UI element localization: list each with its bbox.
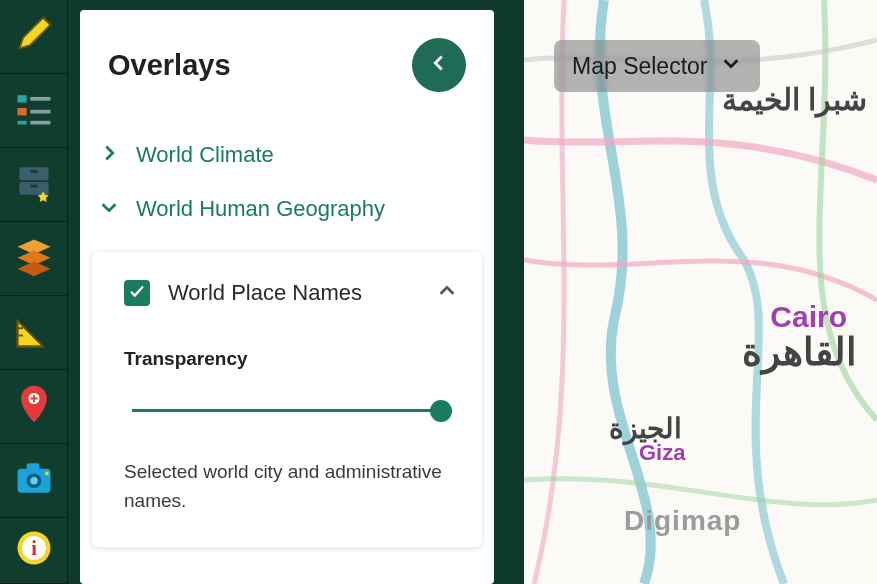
map-label-shubra: شبرا الخيمة bbox=[722, 82, 867, 117]
layer-card-world-place-names: World Place Names Transparency Selected … bbox=[92, 252, 482, 547]
chevron-up-icon[interactable] bbox=[436, 280, 458, 306]
ruler-icon bbox=[12, 308, 56, 356]
camera-tool[interactable] bbox=[0, 444, 68, 518]
map-canvas[interactable]: Map Selector شبرا الخيمة Cairo القاهرة ا… bbox=[524, 0, 877, 584]
category-world-climate[interactable]: World Climate bbox=[90, 128, 484, 182]
map-watermark: Digimap bbox=[624, 505, 741, 537]
svg-rect-9 bbox=[30, 185, 37, 188]
info-icon: i bbox=[12, 526, 56, 574]
transparency-label: Transparency bbox=[124, 348, 458, 370]
svg-rect-4 bbox=[18, 121, 27, 125]
drawer-star-icon bbox=[12, 160, 56, 208]
chevron-down-icon bbox=[98, 196, 120, 222]
svg-point-16 bbox=[30, 477, 37, 484]
svg-rect-1 bbox=[30, 97, 50, 101]
camera-icon bbox=[12, 456, 56, 504]
slider-track bbox=[132, 409, 450, 412]
category-label: World Human Geography bbox=[136, 196, 385, 222]
legend-tool[interactable] bbox=[0, 74, 68, 148]
layers-icon bbox=[12, 234, 56, 282]
category-world-human-geography[interactable]: World Human Geography bbox=[90, 182, 484, 236]
transparency-slider[interactable] bbox=[132, 400, 450, 422]
map-label-giza-en: Giza bbox=[639, 440, 685, 466]
svg-rect-14 bbox=[27, 464, 40, 471]
slider-thumb[interactable] bbox=[430, 400, 452, 422]
svg-point-17 bbox=[45, 472, 49, 476]
pencil-icon bbox=[12, 12, 56, 60]
layer-title: World Place Names bbox=[168, 280, 418, 306]
pencil-tool[interactable] bbox=[0, 0, 68, 74]
map-label-cairo-ar: القاهرة bbox=[742, 330, 857, 374]
layer-description: Selected world city and administrative n… bbox=[124, 458, 458, 515]
svg-rect-6 bbox=[19, 168, 48, 181]
map-label-cairo-en: Cairo bbox=[770, 300, 847, 334]
collapse-panel-button[interactable] bbox=[412, 38, 466, 92]
svg-rect-7 bbox=[19, 182, 48, 195]
map-selector-label: Map Selector bbox=[572, 53, 708, 80]
info-tool[interactable]: i bbox=[0, 518, 68, 584]
chevron-left-icon bbox=[428, 52, 450, 78]
category-label: World Climate bbox=[136, 142, 274, 168]
panel-title: Overlays bbox=[108, 49, 412, 82]
svg-rect-2 bbox=[18, 108, 27, 115]
chevron-right-icon bbox=[98, 142, 120, 168]
pin-tool[interactable] bbox=[0, 370, 68, 444]
left-toolbar: i bbox=[0, 0, 68, 584]
svg-rect-8 bbox=[30, 170, 37, 173]
check-icon bbox=[128, 282, 146, 304]
svg-text:i: i bbox=[31, 538, 37, 560]
svg-rect-3 bbox=[30, 110, 50, 114]
overlays-tool[interactable] bbox=[0, 222, 68, 296]
overlays-panel: Overlays World Climate bbox=[80, 10, 494, 584]
basemaps-tool[interactable] bbox=[0, 148, 68, 222]
chevron-down-icon bbox=[720, 52, 742, 80]
layer-checkbox[interactable] bbox=[124, 280, 150, 306]
legend-icon bbox=[12, 86, 56, 134]
pin-icon bbox=[12, 382, 56, 430]
measure-tool[interactable] bbox=[0, 296, 68, 370]
svg-rect-5 bbox=[30, 121, 50, 125]
svg-rect-0 bbox=[18, 96, 27, 103]
panel-scroll-area[interactable]: World Climate World Human Geography bbox=[80, 128, 494, 584]
